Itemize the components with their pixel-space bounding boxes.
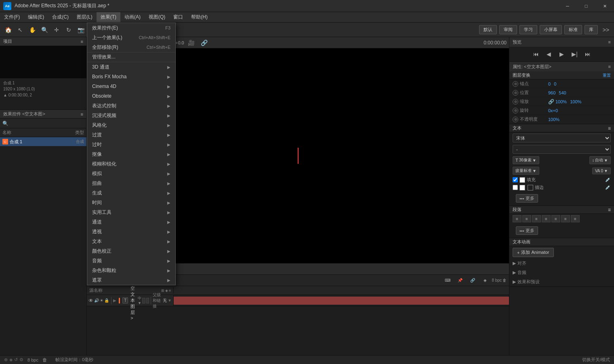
preview-header[interactable]: 预览 ≡: [509, 37, 614, 47]
add-animator-button[interactable]: + 添加 Animator: [513, 248, 554, 257]
workspace-small-screen[interactable]: 小屏幕: [540, 25, 562, 34]
search-input[interactable]: [10, 121, 84, 126]
last-effect-item[interactable]: 上一个效果(L) Ctrl+Alt+Shift+E: [87, 33, 175, 42]
menu-animation[interactable]: 动画(A): [120, 12, 145, 22]
align-justify-last-left-btn[interactable]: ≡: [551, 215, 560, 222]
maximize-button[interactable]: □: [577, 0, 595, 12]
viewer-camera[interactable]: 🎥: [186, 37, 197, 48]
boris-fx-mocha-item[interactable]: Boris FX Mocha ▶: [87, 72, 175, 82]
text-section-menu[interactable]: ≡: [608, 126, 611, 131]
paragraph-more-button[interactable]: ••• 更多: [516, 226, 538, 235]
immersive-video-item[interactable]: 沉浸式视频 ▶: [87, 111, 175, 120]
tracking-dropdown-icon[interactable]: ▼: [532, 169, 536, 173]
time-item[interactable]: 时间 ▶: [87, 198, 175, 207]
align-right-btn[interactable]: ≡: [532, 215, 541, 222]
move-tool[interactable]: ✛: [51, 24, 62, 36]
font-size-btn[interactable]: T 36像素 ▼: [513, 156, 539, 164]
preview-first[interactable]: ⏮: [530, 48, 542, 60]
minimize-button[interactable]: ─: [558, 0, 577, 12]
menu-edit[interactable]: 编辑(E): [24, 12, 48, 22]
simulate-item[interactable]: 模拟 ▶: [87, 169, 175, 178]
font-dropdown[interactable]: 宋体: [513, 134, 611, 142]
layer-parent-dropdown[interactable]: ▼: [168, 298, 172, 303]
effects-controls-item[interactable]: 效果控件(E) F3: [87, 23, 175, 33]
obsolete-item[interactable]: Obsolete ▶: [87, 91, 175, 101]
status-icon-3[interactable]: ↺: [14, 357, 18, 362]
workspace-library[interactable]: 库: [585, 25, 598, 34]
properties-menu-icon[interactable]: ≡: [608, 64, 611, 69]
audio-section[interactable]: ▶ 音频: [509, 268, 614, 277]
stroke-checkbox[interactable]: [513, 185, 518, 190]
cinema-4d-item[interactable]: Cinema 4D ▶: [87, 82, 175, 91]
menu-layer[interactable]: 图层(L): [73, 12, 97, 22]
mode-toggle[interactable]: 切换开关/模式: [582, 357, 610, 363]
scale-stopwatch-icon[interactable]: ◎: [513, 99, 518, 105]
status-icon-2[interactable]: ◈: [9, 357, 13, 362]
align-left-btn[interactable]: ≡: [513, 215, 521, 222]
generate-item[interactable]: 生成 ▶: [87, 188, 175, 198]
workspace-learn[interactable]: 学习: [519, 25, 537, 34]
align-center-btn[interactable]: ≡: [522, 215, 531, 222]
anchor-x[interactable]: 0: [548, 82, 551, 86]
menu-effects[interactable]: 效果(T): [97, 12, 120, 22]
blur-sharpen-item[interactable]: 模糊和锐化 ▶: [87, 159, 175, 169]
alignment-section[interactable]: ▶ 对齐: [509, 259, 614, 268]
layer-solo-icon[interactable]: ☀: [100, 298, 103, 303]
viewer-link[interactable]: 🔗: [199, 37, 210, 48]
fill-eyedropper-icon[interactable]: 💉: [605, 177, 611, 182]
tracking-btn[interactable]: 疲量标准 ▼: [513, 167, 539, 175]
stroke-color-box[interactable]: [519, 185, 525, 190]
font-size-unit-dropdown[interactable]: ↕ 自动 ▼: [589, 156, 611, 164]
layer-collapse-icon[interactable]: ▶: [113, 298, 116, 303]
text-effects-item[interactable]: 文本 ▶: [87, 236, 175, 246]
layer-audio-icon[interactable]: 🔊: [94, 298, 99, 303]
align-justify-btn[interactable]: ≡: [542, 215, 551, 222]
properties-header[interactable]: 属性: <空文本图层> ≡: [509, 62, 614, 71]
tracking-value-input[interactable]: VA 0 ▼: [592, 167, 611, 174]
timeline-trash-icon[interactable]: 🗑: [503, 278, 507, 282]
menu-composition[interactable]: 合成(C): [48, 12, 73, 22]
select-tool[interactable]: ↖: [15, 24, 26, 36]
transform-reset[interactable]: 重置: [603, 73, 611, 78]
anchor-y[interactable]: 0: [554, 82, 556, 86]
remove-all-item[interactable]: 全部移除(R) Ctrl+Shift+E: [87, 42, 175, 52]
effects-presets-section[interactable]: ▶ 效果和预设: [509, 277, 614, 287]
stroke-eyedropper-icon[interactable]: 💉: [605, 185, 611, 190]
mask-item[interactable]: 遮罩 ▶: [87, 275, 175, 285]
position-stopwatch-icon[interactable]: ◎: [513, 90, 518, 96]
layer-type-badge[interactable]: T: [122, 297, 128, 303]
workspace-review[interactable]: 审阅: [499, 25, 517, 34]
effects-panel-menu[interactable]: ≡: [81, 112, 83, 117]
transition-item[interactable]: 过渡 ▶: [87, 130, 175, 140]
timeline-btn-3[interactable]: 🔗: [467, 275, 478, 286]
perspective-item[interactable]: 透视 ▶: [87, 227, 175, 236]
position-y[interactable]: 540: [559, 90, 566, 95]
align-justify-last-center-btn[interactable]: ≡: [561, 215, 570, 222]
opacity-value[interactable]: 100%: [548, 117, 559, 122]
channel-item[interactable]: 通道 ▶: [87, 217, 175, 227]
layer-eye-icon[interactable]: 👁: [88, 298, 93, 303]
anchor-stopwatch-icon[interactable]: ◎: [513, 81, 518, 87]
font-style-dropdown[interactable]: -: [513, 145, 611, 154]
scale-y[interactable]: 100%: [570, 99, 581, 104]
fill-color-box[interactable]: [519, 177, 525, 183]
camera-tool[interactable]: 📷: [75, 24, 86, 36]
layer-mode[interactable]: 中▼: [138, 296, 141, 305]
scale-lock-icon[interactable]: 🔗: [548, 99, 554, 105]
timeline-btn-4[interactable]: ◈: [479, 275, 491, 286]
menu-file[interactable]: 文件(F): [0, 12, 24, 22]
preview-play[interactable]: ▶: [556, 48, 568, 60]
utility-item[interactable]: 实用工具 ▶: [87, 207, 175, 217]
stylize-item[interactable]: 风格化 ▶: [87, 120, 175, 130]
menu-window[interactable]: 窗口: [169, 12, 187, 22]
opacity-stopwatch-icon[interactable]: ◎: [513, 117, 518, 122]
preview-prev-frame[interactable]: ◀: [543, 48, 555, 60]
position-x[interactable]: 960: [548, 90, 555, 95]
scale-x[interactable]: 100%: [555, 99, 567, 104]
zoom-tool[interactable]: 🔍: [39, 24, 50, 36]
keying-item[interactable]: 抠像 ▶: [87, 149, 175, 159]
workspace-default[interactable]: 默认: [479, 25, 497, 34]
status-icon-4[interactable]: ⚙: [19, 357, 23, 362]
stroke-outer-box[interactable]: [528, 185, 533, 190]
align-justify-full-btn[interactable]: ≡: [571, 215, 580, 222]
